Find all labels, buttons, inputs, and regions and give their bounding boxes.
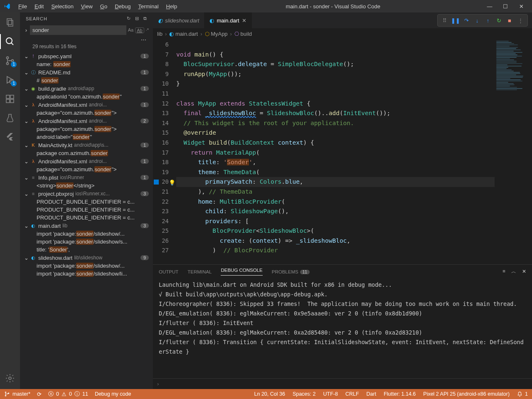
search-match-row[interactable]: package com.azimuth.sonder <box>20 149 153 157</box>
editor-body[interactable]: 67891011121314151617181920💡2122232425262… <box>153 39 532 264</box>
step-out-icon[interactable]: ↑ <box>483 16 493 25</box>
search-file-row[interactable]: ⌄!pubspec.yaml1 <box>20 52 153 60</box>
menu-go[interactable]: Go <box>97 2 111 11</box>
search-file-row[interactable]: ⌄◐main.dartlib3 <box>20 222 153 230</box>
status-notifications[interactable]: 1 <box>517 391 528 397</box>
breadcrumb-item[interactable]: lib <box>157 31 163 37</box>
search-match-row[interactable]: import 'package:sonder/slideshow/... <box>20 262 153 270</box>
search-file-row[interactable]: ⌄◐slideshow.dartlib\slideshow9 <box>20 254 153 262</box>
panel-tab-terminal[interactable]: TERMINAL <box>187 269 212 274</box>
search-match-row[interactable]: title: 'Sonder', <box>20 246 153 254</box>
step-over-icon[interactable]: ↷ <box>462 16 471 25</box>
step-into-icon[interactable]: ↓ <box>473 16 482 25</box>
search-match-row[interactable]: # sonder <box>20 76 153 84</box>
search-match-row[interactable]: android:label="sonder" <box>20 133 153 141</box>
settings-gear-icon[interactable] <box>4 372 16 384</box>
search-icon[interactable] <box>4 36 16 47</box>
status-indent[interactable]: Spaces: 2 <box>293 391 316 397</box>
code-content[interactable]: void main() { BlocSupervisor.delegate = … <box>176 39 495 264</box>
status-problems[interactable]: ⓧ0 ⚠0 ⓘ11 <box>48 391 88 398</box>
search-match-row[interactable]: package="com.azimuth.sonder"> <box>20 125 153 133</box>
menu-view[interactable]: View <box>78 2 96 11</box>
menu-help[interactable]: Help <box>163 2 181 11</box>
search-match-row[interactable]: PRODUCT_BUNDLE_IDENTIFIER = c... <box>20 198 153 206</box>
status-eol[interactable]: CRLF <box>345 391 359 397</box>
search-match-row[interactable]: PRODUCT_BUNDLE_IDENTIFIER = c... <box>20 214 153 222</box>
panel-filter-icon[interactable]: ≡ <box>502 268 505 275</box>
stop-icon[interactable]: ■ <box>505 16 514 25</box>
refresh-icon[interactable]: ↻ <box>127 16 131 21</box>
regex-icon[interactable]: ·* <box>146 27 149 33</box>
panel-tab-output[interactable]: OUTPUT <box>159 269 178 274</box>
svg-point-4 <box>7 57 9 59</box>
status-cursor[interactable]: Ln 20, Col 36 <box>254 391 285 397</box>
search-match-row[interactable]: import 'package:sonder/slideshow/s... <box>20 238 153 246</box>
flutter-icon[interactable] <box>4 131 16 143</box>
status-launch-config[interactable]: Debug my code <box>95 391 131 397</box>
debug-console-output[interactable]: Launching lib\main.dart on Android SDK b… <box>153 278 532 378</box>
svg-point-12 <box>9 377 11 379</box>
editor-tab[interactable]: ◐slideshow.dart <box>153 12 204 28</box>
clear-icon[interactable]: ⊟ <box>135 16 139 21</box>
panel-tab-problems[interactable]: PROBLEMS11 <box>272 269 310 274</box>
search-input[interactable] <box>30 25 126 35</box>
extensions-icon[interactable] <box>4 93 16 105</box>
search-file-row[interactable]: ⌄ⓘREADME.md1 <box>20 68 153 76</box>
run-debug-icon[interactable]: 1 <box>4 74 16 86</box>
pause-icon[interactable]: ❚❚ <box>451 16 460 25</box>
debug-toolbar[interactable]: ⠿ ❚❚ ↷ ↓ ↑ ↻ ■ ⋮ <box>437 14 528 27</box>
status-sync[interactable]: ⟳ <box>37 391 42 397</box>
breadcrumb-item[interactable]: ◐ main.dart <box>169 31 198 37</box>
menu-edit[interactable]: Edit <box>31 2 47 11</box>
test-icon[interactable] <box>4 112 16 124</box>
breadcrumb-item[interactable]: ⎔ build <box>234 31 252 37</box>
match-case-icon[interactable]: Aa <box>128 27 133 33</box>
search-file-row[interactable]: ⌄◉build.gradleandroid\app1 <box>20 84 153 93</box>
drag-handle-icon[interactable]: ⠿ <box>440 16 449 25</box>
status-language[interactable]: Dart <box>367 391 377 397</box>
panel-maximize-icon[interactable]: ︿ <box>511 268 516 275</box>
search-file-row[interactable]: ⌄λAndroidManifest.xmlandroi...1 <box>20 157 153 165</box>
search-match-row[interactable]: <string>sonder</string> <box>20 182 153 190</box>
search-file-row[interactable]: ⌄≡Info.plistios\Runner1 <box>20 173 153 182</box>
source-control-icon[interactable]: 1 <box>4 55 16 66</box>
editor-tab[interactable]: ◐main.dart✕ <box>204 12 251 28</box>
minimize-button[interactable]: ― <box>485 3 494 10</box>
maximize-button[interactable]: ☐ <box>501 3 510 10</box>
status-device[interactable]: Pixel 2 API 25 (android-x86 emulator) <box>423 391 510 397</box>
menu-terminal[interactable]: Terminal <box>135 2 162 11</box>
menu-debug[interactable]: Debug <box>111 2 134 11</box>
breadcrumb[interactable]: lib›◐ main.dart›⬡ MyApp›⎔ build <box>153 28 532 39</box>
scm-badge: 1 <box>11 62 17 67</box>
search-file-row[interactable]: ⌄≡project.pbxprojios\Runner.xc...3 <box>20 190 153 198</box>
search-results[interactable]: ⌄!pubspec.yaml1name: sonder⌄ⓘREADME.md1#… <box>20 52 153 389</box>
expand-search-icon[interactable]: › <box>22 27 30 33</box>
breadcrumb-item[interactable]: ⬡ MyApp <box>205 31 228 37</box>
close-button[interactable]: ✕ <box>517 3 525 10</box>
collapse-icon[interactable]: ⧉ <box>143 16 147 21</box>
search-match-row[interactable]: applicationId "com.azimuth.sonder" <box>20 93 153 101</box>
search-match-row[interactable]: package="com.azimuth.sonder"> <box>20 109 153 117</box>
debug-console-input[interactable]: › <box>153 378 532 389</box>
restart-icon[interactable]: ↻ <box>494 16 503 25</box>
search-match-row[interactable]: import 'package:sonder/slideshow/... <box>20 230 153 238</box>
search-match-row[interactable]: PRODUCT_BUNDLE_IDENTIFIER = c... <box>20 206 153 214</box>
toggle-search-details[interactable]: ⋯ <box>20 36 153 44</box>
search-match-row[interactable]: name: sonder <box>20 60 153 68</box>
search-match-row[interactable]: package="com.azimuth.sonder"> <box>20 165 153 173</box>
panel-tab-debug-console[interactable]: DEBUG CONSOLE <box>221 268 262 276</box>
explorer-icon[interactable] <box>4 17 16 28</box>
status-flutter[interactable]: Flutter: 1.14.6 <box>384 391 416 397</box>
whole-word-icon[interactable]: Ab <box>135 27 144 33</box>
minimap[interactable] <box>495 39 532 264</box>
menu-selection[interactable]: Selection <box>48 2 76 11</box>
search-file-row[interactable]: ⌄λAndroidManifest.xmlandroi...1 <box>20 101 153 109</box>
menu-file[interactable]: File <box>15 2 30 11</box>
search-match-row[interactable]: import 'package:sonder/slideshow/li... <box>20 270 153 278</box>
debug-more-icon[interactable]: ⋮ <box>516 16 525 25</box>
search-file-row[interactable]: ⌄KMainActivity.ktandroid\app\s...1 <box>20 141 153 149</box>
status-encoding[interactable]: UTF-8 <box>323 391 337 397</box>
panel-close-icon[interactable]: ✕ <box>522 268 526 275</box>
search-file-row[interactable]: ⌄λAndroidManifest.xmlandroi...2 <box>20 117 153 125</box>
status-branch[interactable]: master* <box>4 391 30 397</box>
